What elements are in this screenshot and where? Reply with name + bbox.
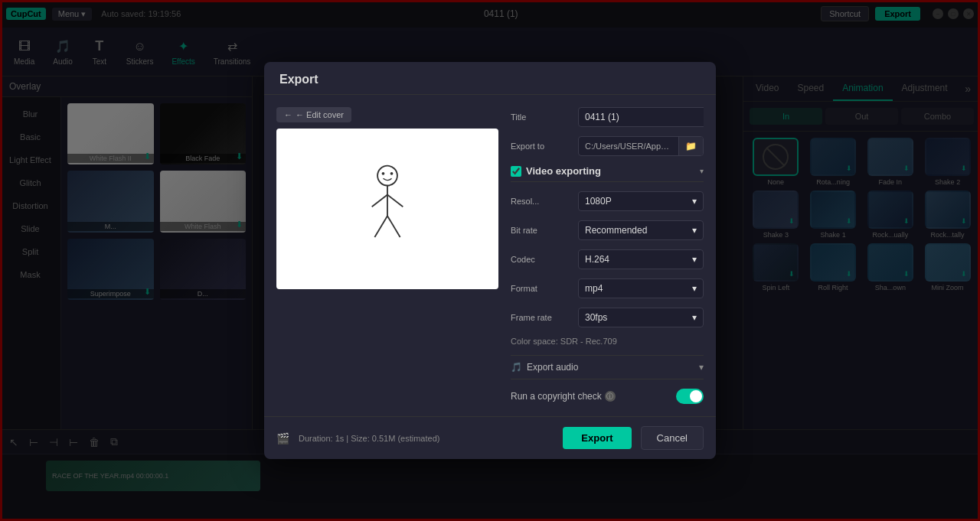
title-field-label: Title	[511, 112, 572, 122]
export-path-control: C:/Users/USER/AppD... 📁	[578, 136, 704, 156]
footer-film-icon: 🎬	[276, 432, 289, 444]
format-value: mp4	[585, 283, 603, 294]
format-select[interactable]: mp4 ▾	[578, 278, 704, 298]
modal-title: Export	[264, 62, 716, 95]
video-exporting-header: Video exporting ▾	[511, 165, 704, 182]
color-space-text: Color space: SDR - Rec.709	[511, 337, 704, 346]
settings-scroll[interactable]: Title Export to C:/Users/USER/AppD... 📁	[511, 107, 704, 404]
svg-line-8	[374, 216, 387, 237]
resolution-select[interactable]: 1080P ▾	[578, 191, 704, 211]
framerate-label: Frame rate	[511, 313, 572, 322]
preview-frame	[276, 129, 498, 289]
codec-value: H.264	[585, 254, 609, 265]
codec-chevron: ▾	[692, 254, 697, 265]
modal-body: ← ← Edit cover	[264, 95, 716, 416]
codec-select[interactable]: H.264 ▾	[578, 249, 704, 269]
footer-duration-text: Duration: 1s | Size: 0.51M (estimated)	[299, 434, 439, 443]
framerate-row: Frame rate 30fps ▾	[511, 308, 704, 327]
edit-cover-button[interactable]: ← ← Edit cover	[276, 107, 351, 122]
title-row: Title	[511, 107, 704, 127]
resolution-label: Resol...	[511, 197, 572, 206]
audio-section-icon: 🎵	[511, 362, 522, 373]
copyright-toggle[interactable]	[676, 389, 704, 404]
modal-footer: 🎬 Duration: 1s | Size: 0.51M (estimated)…	[264, 416, 716, 459]
edit-cover-label: ← Edit cover	[296, 110, 344, 119]
bitrate-label: Bit rate	[511, 226, 572, 235]
video-exporting-title: Video exporting	[526, 165, 601, 177]
resolution-row: Resol... 1080P ▾	[511, 191, 704, 211]
export-button[interactable]: Export	[563, 427, 631, 449]
toggle-knob	[690, 390, 702, 402]
framerate-select[interactable]: 30fps ▾	[578, 308, 704, 327]
copyright-info-icon[interactable]: ⓘ	[605, 391, 616, 402]
preview-section: ← ← Edit cover	[276, 107, 498, 404]
svg-point-3	[382, 172, 385, 175]
bitrate-select[interactable]: Recommended ▾	[578, 220, 704, 240]
format-label: Format	[511, 284, 572, 293]
copyright-label-span: Run a copyright check	[511, 391, 602, 402]
resolution-value: 1080P	[585, 196, 612, 207]
codec-label: Codec	[511, 255, 572, 264]
framerate-value: 30fps	[585, 312, 607, 323]
export-to-row: Export to C:/Users/USER/AppD... 📁	[511, 136, 704, 156]
export-path-text: C:/Users/USER/AppD...	[579, 138, 678, 155]
copyright-row: Run a copyright check ⓘ	[511, 389, 704, 404]
modal-backdrop: Export ← ← Edit cover	[0, 0, 980, 521]
framerate-chevron: ▾	[692, 312, 697, 323]
settings-section: Title Export to C:/Users/USER/AppD... 📁	[511, 107, 704, 404]
format-chevron: ▾	[692, 283, 697, 294]
resolution-chevron: ▾	[692, 196, 697, 207]
export-to-label: Export to	[511, 142, 572, 151]
export-audio-header[interactable]: 🎵 Export audio ▾	[511, 355, 704, 379]
bitrate-row: Bit rate Recommended ▾	[511, 220, 704, 240]
svg-point-2	[377, 166, 397, 186]
stick-figure	[357, 163, 418, 255]
edit-cover-arrow: ←	[284, 110, 292, 119]
bitrate-chevron: ▾	[692, 225, 697, 236]
svg-line-7	[387, 195, 403, 207]
codec-row: Codec H.264 ▾	[511, 249, 704, 269]
export-modal: Export ← ← Edit cover	[264, 62, 716, 459]
browse-button[interactable]: 📁	[678, 137, 703, 155]
export-audio-label: Export audio	[527, 362, 578, 373]
cancel-button[interactable]: Cancel	[641, 426, 704, 450]
format-row: Format mp4 ▾	[511, 278, 704, 298]
export-audio-arrow: ▾	[699, 362, 704, 373]
bitrate-value: Recommended	[585, 225, 647, 236]
svg-point-4	[390, 172, 394, 175]
video-exporting-checkbox[interactable]	[511, 166, 521, 177]
svg-line-6	[372, 195, 387, 207]
svg-line-9	[387, 216, 400, 237]
copyright-label-text: Run a copyright check ⓘ	[511, 391, 671, 402]
video-exporting-arrow[interactable]: ▾	[700, 167, 704, 175]
title-field-input[interactable]	[578, 107, 704, 127]
